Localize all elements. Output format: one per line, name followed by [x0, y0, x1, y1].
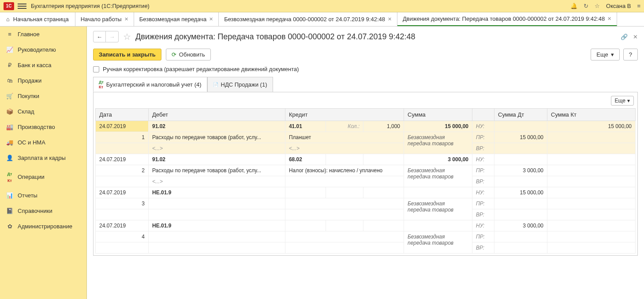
sidebar-item-warehouse[interactable]: 📦Склад	[0, 104, 86, 119]
link-icon[interactable]: 🔗	[621, 34, 628, 40]
book-icon: 📓	[6, 208, 13, 214]
gear-icon: ✿	[6, 223, 13, 230]
col-sum[interactable]: Сумма	[404, 109, 472, 121]
tabs-row: ⌂ Начальная страница Начало работы ✕ Без…	[0, 12, 644, 26]
tab-label: Движения документа: Передача товаров 000…	[403, 15, 605, 22]
table-row[interactable]: 2Расходы по передаче товаров (работ, усл…	[96, 165, 636, 176]
table-row[interactable]: 3Безвозмездная передача товаровПР:	[96, 198, 636, 209]
table-row[interactable]: ВР:	[96, 242, 636, 254]
col-tax-type[interactable]	[472, 109, 494, 121]
sidebar-item-admin[interactable]: ✿Администрирование	[0, 219, 86, 234]
sidebar-item-label: Справочники	[18, 208, 52, 214]
settings-icon[interactable]: ≡	[637, 3, 640, 9]
sidebar-item-label: Администрирование	[18, 223, 72, 230]
sidebar-item-label: Банк и касса	[18, 62, 52, 68]
table-row[interactable]: 4Безвозмездная передача товаровПР:	[96, 231, 636, 242]
col-sum-dt[interactable]: Сумма Дт	[494, 109, 547, 121]
sidebar-item-bank[interactable]: ₽Банк и касса	[0, 57, 86, 73]
more-label: Еще	[596, 51, 608, 58]
table-row[interactable]: 24.07.2019НЕ.01.9НУ:3 000,00	[96, 220, 636, 231]
close-icon[interactable]: ✕	[607, 16, 611, 22]
tab-item-active[interactable]: Движения документа: Передача товаров 000…	[397, 12, 617, 26]
ruble-icon: ₽	[6, 62, 13, 68]
top-bar: 1C Бухгалтерия предприятия (1С:Предприят…	[0, 0, 644, 12]
tab-item[interactable]: Безвозмездная передача ✕	[134, 12, 219, 26]
more-button[interactable]: Еще▾	[591, 49, 619, 61]
save-close-button[interactable]: Записать и закрыть	[93, 49, 161, 61]
col-date[interactable]: Дата	[96, 109, 149, 121]
main-icon: ≡	[6, 31, 13, 38]
tab-label: Безвозмездная передача	[139, 16, 206, 23]
col-sum-kt[interactable]: Сумма Кт	[547, 109, 636, 121]
close-icon[interactable]: ✕	[388, 16, 392, 22]
subtab-accounting[interactable]: ДтКт Бухгалтерский и налоговый учет (4)	[93, 77, 207, 92]
dtkt-icon: ДтКт	[6, 170, 13, 183]
chevron-down-icon: ▾	[627, 98, 630, 104]
app-title: Бухгалтерия предприятия (1С:Предприятие)	[31, 3, 150, 9]
history-icon[interactable]: ↻	[584, 3, 588, 9]
doc-icon: 📄	[213, 82, 218, 87]
table-row[interactable]: 24.07.201991.0268.023 000,00НУ:	[96, 154, 636, 165]
dtkt-icon: ДтКт	[99, 79, 104, 89]
manual-edit-checkbox[interactable]	[93, 66, 99, 72]
sidebar-item-label: Операции	[18, 174, 45, 180]
home-tab[interactable]: ⌂ Начальная страница	[0, 12, 75, 26]
chart-icon: 📈	[6, 46, 13, 53]
refresh-button[interactable]: ⟳Обновить	[166, 49, 211, 61]
sidebar-item-label: Главное	[18, 31, 40, 38]
table-row[interactable]: 1Расходы по передаче товаров (работ, усл…	[96, 132, 636, 143]
factory-icon: 🏭	[6, 124, 13, 130]
table-row[interactable]: 24.07.201991.0241.01Кол.:1,00015 000,00Н…	[96, 121, 636, 132]
tab-item[interactable]: Начало работы ✕	[75, 12, 134, 26]
manual-edit-label: Ручная корректировка (разрешает редактир…	[103, 66, 299, 72]
bell-icon[interactable]: 🔔	[570, 3, 577, 9]
more-label: Еще	[615, 98, 625, 104]
close-icon[interactable]: ✕	[209, 16, 213, 22]
sidebar-item-sales[interactable]: 🛍Продажи	[0, 73, 86, 88]
menu-icon[interactable]	[18, 4, 26, 9]
back-button[interactable]: ←	[94, 31, 106, 42]
subtab-vat[interactable]: 📄 НДС Продажи (1)	[207, 77, 273, 92]
sidebar-item-reports[interactable]: 📊Отчеты	[0, 188, 86, 203]
bag-icon: 🛍	[6, 77, 13, 84]
reports-icon: 📊	[6, 192, 13, 199]
sidebar-item-manager[interactable]: 📈Руководителю	[0, 42, 86, 57]
sidebar-item-assets[interactable]: 🚚ОС и НМА	[0, 135, 86, 150]
tab-label: Безвозмездная передача 0000-000002 от 24…	[224, 16, 385, 23]
sidebar-item-label: Покупки	[18, 93, 39, 99]
refresh-icon: ⟳	[172, 51, 176, 58]
sidebar-item-label: Производство	[18, 124, 55, 130]
help-button[interactable]: ?	[623, 49, 638, 61]
table-row[interactable]: ВР:	[96, 209, 636, 220]
refresh-label: Обновить	[179, 51, 205, 58]
star-icon[interactable]: ☆	[595, 3, 600, 9]
table-row[interactable]: <...>ВР:	[96, 176, 636, 187]
tab-item[interactable]: Безвозмездная передача 0000-000002 от 24…	[219, 12, 397, 26]
sidebar-item-production[interactable]: 🏭Производство	[0, 119, 86, 135]
page-title: Движения документа: Передача товаров 000…	[135, 32, 416, 42]
logo-1c: 1C	[4, 2, 14, 10]
grid-more-button[interactable]: Еще▾	[611, 96, 634, 106]
sidebar-item-directories[interactable]: 📓Справочники	[0, 203, 86, 219]
sidebar-item-main[interactable]: ≡Главное	[0, 26, 86, 42]
sidebar-item-label: ОС и НМА	[18, 139, 45, 146]
cart-icon: 🛒	[6, 93, 13, 99]
help-label: ?	[629, 51, 632, 58]
sidebar-item-purchases[interactable]: 🛒Покупки	[0, 88, 86, 104]
truck-icon: 🚚	[6, 139, 13, 146]
table-row[interactable]: <...><...>ВР:	[96, 143, 636, 154]
box-icon: 📦	[6, 108, 13, 115]
table-row[interactable]: 24.07.2019НЕ.01.9НУ:15 000,00	[96, 187, 636, 198]
sidebar-item-label: Зарплата и кадры	[18, 155, 66, 161]
subtab-label: Бухгалтерский и налоговый учет (4)	[106, 81, 202, 88]
close-icon[interactable]: ✕	[124, 16, 128, 22]
favorite-icon[interactable]: ☆	[123, 31, 131, 42]
col-debit[interactable]: Дебет	[149, 109, 285, 121]
sidebar-item-operations[interactable]: ДтКтОперации	[0, 166, 86, 188]
close-icon[interactable]: ✕	[633, 34, 638, 40]
sidebar-item-hr[interactable]: 👤Зарплата и кадры	[0, 150, 86, 166]
home-icon: ⌂	[6, 16, 10, 23]
user-name[interactable]: Оксана В	[606, 3, 631, 9]
col-credit[interactable]: Кредит	[285, 109, 404, 121]
forward-button[interactable]: →	[106, 31, 118, 42]
